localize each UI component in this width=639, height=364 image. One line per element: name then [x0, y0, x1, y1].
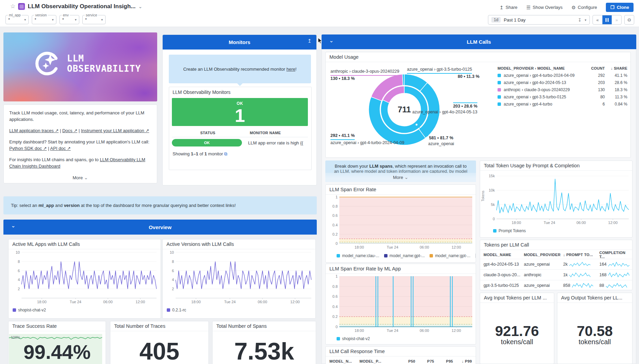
chart-legend[interactable]: model_name:clau-... model_name:gpt-... m… [337, 253, 476, 258]
svg-text:4: 4 [18, 278, 20, 282]
svg-text:18:00: 18:00 [191, 300, 201, 304]
time-range-picker[interactable]: 1d Past 1 Day ↧ ▾ [488, 15, 590, 25]
span-error-by-ml-app-chart[interactable]: 10.80.60.40.2018:00Tue 2406:0012:00 [326, 274, 476, 334]
legend-swatch [498, 95, 501, 99]
legend-swatch [498, 74, 501, 77]
sparkline [572, 283, 593, 288]
banner-more-button[interactable]: More ⌄ [325, 173, 476, 182]
svg-text:06:00: 06:00 [420, 328, 429, 333]
legend-row[interactable]: azure_openai › gpt-4o-2024-05-13 203 28.… [498, 79, 627, 86]
total-spans-value: 7.53k [213, 338, 316, 364]
svg-text:06:00: 06:00 [576, 221, 586, 225]
title-chevron-down-icon[interactable]: ⌄ [138, 5, 142, 8]
model-usage-legend: MODEL_PROVIDER › MODEL_NAME COUNT ↓ SHAR… [498, 65, 627, 108]
pause-button[interactable] [602, 15, 612, 24]
collapse-chevron-icon[interactable]: ⌄ [11, 222, 15, 229]
layers-icon: ☰ [526, 5, 531, 10]
svg-text:0.2: 0.2 [332, 232, 338, 236]
table-row[interactable]: gpt-3.5-turbo-0125 azure_openai 858 88 [480, 280, 632, 290]
avg-input-value: 921.76 [480, 323, 554, 339]
template-variables: ml_app * ▾ version * ▾ env * ▾ service *… [5, 15, 106, 24]
link-python-sdk-doc[interactable]: Python SDK doc ↗ [9, 146, 47, 151]
svg-text:12:00: 12:00 [452, 245, 461, 249]
time-forward-button[interactable]: » [612, 15, 621, 24]
active-ml-apps-widget: Active ML Apps with LLM Calls 10864218:0… [8, 239, 161, 319]
active-versions-chart[interactable]: 10864218:00Tue 2406:0012:00 [164, 250, 315, 305]
clone-button[interactable]: ❐ Clone [606, 3, 634, 12]
span-error-rate-chart[interactable]: 10.80.60.40.2018:00Tue 2406:0012:00 [326, 194, 476, 250]
caret-down-icon[interactable]: ▾ [585, 18, 586, 22]
configure-button[interactable]: ⚙ Configure [571, 5, 597, 10]
zoom-out-button[interactable]: ⊖ [624, 15, 634, 25]
link-llm-application-traces[interactable]: LLM application traces ↗ [9, 128, 59, 133]
svg-text:0.8: 0.8 [332, 284, 338, 289]
time-back-button[interactable]: « [593, 15, 602, 24]
legend-row[interactable]: anthropic › claude-3-opus-20240229 130 1… [498, 86, 627, 93]
var-version-select[interactable]: version * ▾ [32, 15, 56, 24]
favorite-star-icon[interactable]: ☆ [10, 3, 15, 10]
svg-text:6: 6 [172, 269, 174, 273]
svg-text:18:00: 18:00 [37, 300, 46, 304]
link-docs[interactable]: Docs ↗ [62, 128, 77, 133]
monitor-row[interactable]: OK LLM app error rate is high {{ [172, 139, 308, 146]
share-button[interactable]: ↥ Share [500, 5, 517, 10]
widget-title: Total Token Usage by Prompt & Completion [480, 161, 632, 171]
chart-legend[interactable]: Prompt Tokens [493, 228, 526, 233]
chart-legend[interactable]: shopist-chat-v2 [337, 336, 370, 341]
widget-title: Model Usage [326, 52, 630, 62]
title-row: ☆ LLM Observability Operational Insigh..… [10, 3, 142, 10]
legend-swatch [430, 254, 433, 257]
response-time-header: MODEL_N... MODEL_P... P50 P75 P95 ↓ P99 [326, 358, 476, 364]
svg-text:2: 2 [172, 287, 174, 291]
avg-output-value: 70.58 [557, 323, 632, 339]
table-row[interactable]: gpt-4o-2024-05-13 azure_openai 2k 164 [480, 259, 632, 269]
llm-calls-group-header[interactable]: ⌄ LLM Calls [322, 34, 636, 49]
svg-text:0.8: 0.8 [332, 204, 338, 208]
monitor-name[interactable]: LLM app error rate is high {{ [242, 140, 303, 145]
legend-swatch [13, 308, 16, 312]
token-usage-widget: Total Token Usage by Prompt & Completion… [480, 160, 633, 238]
page-title[interactable]: LLM Observability Operational Insigh... [28, 3, 136, 10]
export-icon[interactable]: ↥ [307, 38, 312, 44]
svg-text:10k: 10k [489, 188, 495, 192]
sparkline [608, 272, 629, 278]
legend-row[interactable]: azure_openai › gpt-4-turbo-2024-04-09 29… [498, 72, 627, 79]
pin-icon[interactable]: ↧ [578, 17, 582, 23]
svg-text:Tokens: Tokens [481, 191, 485, 201]
var-service-select[interactable]: service * ▾ [82, 15, 106, 24]
chart-legend[interactable]: shopist-chat-v2 [13, 308, 46, 312]
token-usage-chart[interactable]: 15k10k5k018:00Tue 2406:0012:00Tokens [481, 170, 632, 226]
caret-down-icon: ▾ [75, 18, 77, 22]
time-controls: 1d Past 1 Day ↧ ▾ « » ⊖ [488, 15, 634, 25]
link-instrument-application[interactable]: Instrument your LLM application ↗ [81, 128, 149, 133]
total-traces-widget: Total Number of Traces 405 [110, 321, 209, 364]
table-row[interactable]: claude-3-opus-20... anthropic 1k 168 [480, 269, 632, 280]
monitor-ok-block[interactable]: OK 1 [172, 98, 308, 126]
active-versions-widget: Active Versions with LLM Calls 10864218:… [162, 239, 316, 319]
link-api-doc[interactable]: API doc ↗ [50, 146, 71, 151]
legend-row[interactable]: azure_openai › gpt-3.5-turbo-0125 80 11.… [498, 93, 627, 100]
svg-text:12:00: 12:00 [608, 221, 618, 225]
active-ml-apps-chart[interactable]: 10864218:00Tue 2406:0012:00 [10, 250, 160, 305]
overview-group-header[interactable]: ⌄ Overview [3, 220, 317, 235]
total-spans-widget: Total Number of Spans 7.53k [212, 321, 316, 364]
caret-down-icon: ▾ [24, 18, 26, 22]
about-more-button[interactable]: More ⌄ [4, 172, 157, 183]
link-here[interactable]: here [286, 67, 295, 72]
svg-text:Tue 24: Tue 24 [224, 300, 236, 304]
var-ml-app-select[interactable]: ml_app * ▾ [5, 15, 29, 24]
external-link-icon[interactable]: ⧉ [224, 151, 227, 156]
sort-desc-icon: ↓ [611, 66, 613, 70]
collapse-chevron-icon[interactable]: ⌄ [329, 37, 334, 44]
top-bar: ☆ LLM Observability Operational Insigh..… [0, 0, 639, 27]
monitors-header[interactable]: Monitors ↥ [163, 35, 316, 50]
llm-observability-logo: LLMOBSERVABILITY [34, 50, 141, 77]
var-env-select[interactable]: env * ▾ [59, 15, 79, 24]
legend-more-chip[interactable]: +2 [475, 253, 476, 258]
legend-header[interactable]: MODEL_PROVIDER › MODEL_NAME COUNT ↓ SHAR… [498, 65, 627, 72]
chart-legend[interactable]: 0.2.1-rc [167, 308, 186, 312]
legend-row[interactable]: azure_openai › gpt-4-turbo 6 0.84 % [498, 100, 627, 108]
show-overlays-button[interactable]: ☰ Show Overlays [526, 5, 562, 10]
welcome-banner: LLMOBSERVABILITY [3, 32, 157, 101]
legend-swatch [167, 308, 170, 312]
